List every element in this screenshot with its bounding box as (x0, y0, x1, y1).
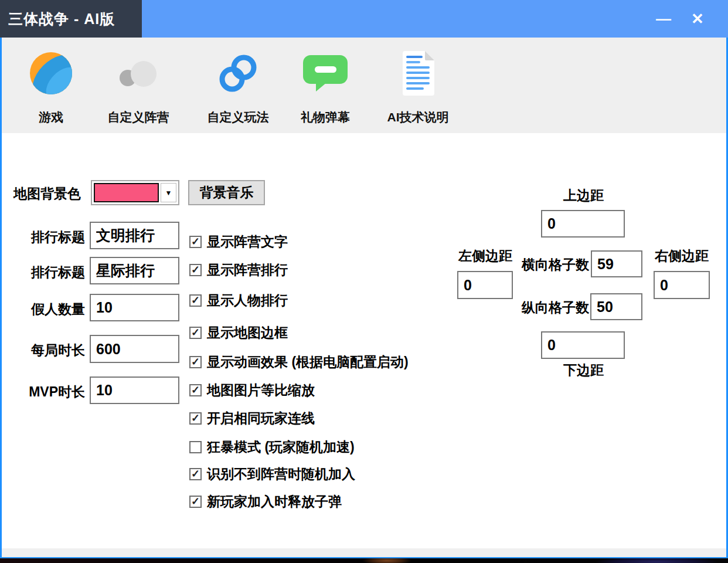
checkbox-show-player-ranking[interactable]: ✓ 显示人物排行 (189, 292, 288, 308)
check-mark: ✓ (191, 469, 200, 479)
bottom-margin-label: 下边距 (547, 361, 620, 379)
chat-bubble-icon (289, 39, 362, 108)
check-mark: ✓ (191, 295, 200, 306)
left-margin-input[interactable] (457, 271, 513, 299)
checkbox-box[interactable]: ✓ (189, 496, 202, 508)
toolbar-label-game: 游戏 (18, 109, 84, 126)
checkbox-map-image-scale[interactable]: ✓ 地图图片等比缩放 (189, 382, 315, 398)
toolbar-label-custom-gameplay: 自定义玩法 (201, 109, 275, 126)
checkbox-new-player-bullet[interactable]: ✓ 新玩家加入时释放子弹 (189, 493, 342, 510)
toolbar-item-custom-faction[interactable]: 自定义阵营 (101, 39, 175, 126)
checkbox-show-map-border[interactable]: ✓ 显示地图边框 (189, 324, 288, 341)
right-margin-input[interactable] (654, 271, 710, 299)
chain-link-icon (201, 39, 275, 108)
app-window: 三体战争 - AI版 — ✕ 游戏 (0, 0, 728, 558)
ranking-title-2-input[interactable] (90, 257, 179, 284)
minimize-button[interactable]: — (651, 0, 676, 38)
checkbox-box[interactable]: ✓ (189, 412, 202, 425)
color-swatch (94, 183, 159, 202)
game-ball-icon (18, 39, 84, 108)
left-margin-label: 左侧边距 (456, 247, 515, 265)
checkbox-label: 显示人物排行 (207, 291, 288, 310)
checkbox-box[interactable]: ✓ (189, 236, 202, 248)
checkbox-berserk-mode[interactable]: 狂暴模式 (玩家随机加速) (189, 439, 355, 455)
checkbox-label: 开启相同玩家连线 (207, 409, 315, 428)
check-mark: ✓ (191, 496, 200, 507)
checkbox-box[interactable] (189, 441, 202, 453)
window-title: 三体战争 - AI版 (0, 9, 115, 29)
checkbox-random-join[interactable]: ✓ 识别不到阵营时随机加入 (189, 466, 355, 482)
dummy-count-label: 假人数量 (13, 300, 85, 318)
dummy-count-input[interactable] (90, 294, 179, 321)
check-mark: ✓ (191, 327, 200, 338)
checkbox-same-player-link[interactable]: ✓ 开启相同玩家连线 (189, 410, 315, 426)
checkbox-box[interactable]: ✓ (189, 468, 202, 480)
checkbox-label: 显示阵营排行 (207, 261, 288, 279)
mvp-duration-label: MVP时长 (13, 383, 85, 401)
round-duration-label: 每局时长 (13, 341, 85, 359)
checkbox-show-faction-ranking[interactable]: ✓ 显示阵营排行 (189, 262, 288, 278)
checkbox-label: 新玩家加入时释放子弹 (207, 493, 342, 511)
toolbar-item-custom-gameplay[interactable]: 自定义玩法 (201, 39, 275, 126)
ranking-title-1-input[interactable] (90, 222, 179, 249)
close-button[interactable]: ✕ (685, 0, 710, 38)
right-margin-label: 右侧边距 (652, 247, 711, 265)
toolbar-label-gift-danmaku: 礼物弹幕 (289, 109, 362, 126)
checkbox-show-animation[interactable]: ✓ 显示动画效果 (根据电脑配置启动) (189, 354, 409, 370)
title-tab: 三体战争 - AI版 (0, 0, 142, 38)
checkbox-box[interactable]: ✓ (189, 294, 202, 307)
toolbar-item-gift-danmaku[interactable]: 礼物弹幕 (289, 39, 362, 126)
checkbox-label: 显示动画效果 (根据电脑配置启动) (207, 353, 409, 371)
check-mark: ✓ (191, 236, 200, 247)
toolbar-label-custom-faction: 自定义阵营 (101, 109, 175, 126)
check-mark: ✓ (191, 357, 200, 367)
check-mark: ✓ (191, 413, 200, 423)
bottom-margin-input[interactable] (541, 331, 625, 359)
checkbox-label: 地图图片等比缩放 (207, 381, 315, 399)
checkbox-box[interactable]: ✓ (189, 384, 202, 396)
h-grid-count-input[interactable] (591, 250, 642, 277)
dropdown-arrow-icon[interactable]: ▼ (161, 183, 176, 202)
round-duration-input[interactable] (90, 335, 179, 363)
checkbox-box[interactable]: ✓ (189, 264, 202, 276)
settings-panel: 地图背景色 ▼ 背景音乐 排行标题 排行标题 假人数量 每局时长 MVP时长 ✓… (2, 133, 726, 548)
map-bg-color-label: 地图背景色 (13, 185, 81, 203)
checkbox-label: 显示阵营文字 (207, 233, 288, 251)
checkbox-box[interactable]: ✓ (189, 356, 202, 368)
checkbox-show-faction-text[interactable]: ✓ 显示阵营文字 (189, 233, 288, 250)
window-bottom-strip (2, 548, 726, 557)
toolbar: 游戏 自定义阵营 (2, 38, 726, 133)
toolbar-item-game[interactable]: 游戏 (18, 39, 84, 126)
top-margin-label: 上边距 (547, 186, 620, 205)
top-margin-input[interactable] (541, 210, 625, 238)
toolbar-label-ai-doc: AI技术说明 (382, 109, 454, 126)
checkbox-label: 狂暴模式 (玩家随机加速) (207, 438, 355, 456)
title-bar[interactable]: 三体战争 - AI版 — ✕ (0, 0, 728, 38)
mvp-duration-input[interactable] (90, 377, 179, 404)
window-frame: 游戏 自定义阵营 (0, 38, 728, 558)
ranking-title-2-label: 排行标题 (13, 263, 85, 282)
toolbar-item-ai-doc[interactable]: AI技术说明 (382, 39, 454, 126)
check-mark: ✓ (191, 385, 200, 395)
checkbox-label: 识别不到阵营时随机加入 (207, 465, 355, 483)
ranking-title-1-label: 排行标题 (13, 228, 85, 246)
v-grid-count-input[interactable] (590, 293, 642, 320)
check-mark: ✓ (191, 264, 200, 275)
v-grid-count-label: 纵向格子数 (518, 299, 589, 317)
background-music-button[interactable]: 背景音乐 (188, 180, 265, 205)
document-icon (382, 39, 454, 108)
h-grid-count-label: 横向格子数 (518, 256, 589, 274)
map-bg-color-picker[interactable]: ▼ (91, 180, 179, 205)
checkbox-box[interactable]: ✓ (189, 327, 202, 339)
checkbox-label: 显示地图边框 (207, 324, 288, 342)
cloud-icon (101, 39, 175, 108)
